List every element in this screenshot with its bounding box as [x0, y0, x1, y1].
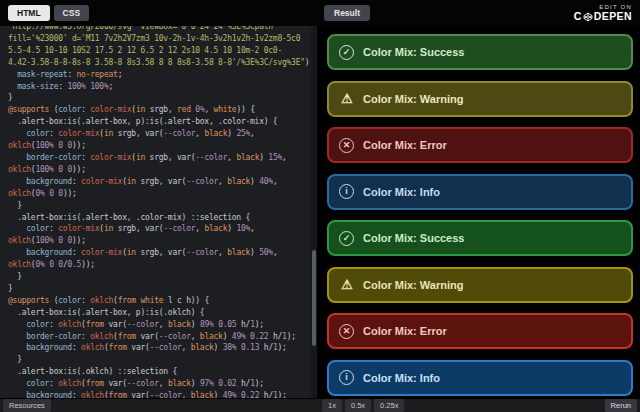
zoom-0.5x-button[interactable]: 0.5x — [345, 399, 371, 412]
alert-box-info-color-mix: iColor Mix: Info — [327, 174, 633, 210]
code-line: @supports (color: oklch(from white l c h… — [8, 295, 315, 307]
code-line: color: oklch(from var(--color, black) 97… — [8, 378, 315, 390]
alert-box-success-oklch: ✓Color Mix: Success — [327, 220, 633, 256]
code-line: 4.42-3.58-8-8-8s-8 3.58-8 8s3.58 8 8 8s8… — [8, 57, 315, 69]
code-line: color: color-mix(in srgb, var(--color, b… — [8, 223, 315, 235]
brand-text-suffix: DEPEN — [594, 11, 632, 22]
code-line: fill='%23000' d='M11 7v2h2V7zm3 10v-2h-1… — [8, 33, 315, 45]
code-line: oklch(100% 0 0)); — [8, 164, 315, 176]
code-line: oklch(100% 0 0)); — [8, 140, 315, 152]
alert-box-warning-color-mix: ⚠Color Mix: Warning — [327, 81, 633, 117]
code-line: oklch(0% 0 0/0.5)); — [8, 259, 315, 271]
alert-label: Color Mix: Warning — [363, 279, 463, 291]
code-line: @supports (color: color-mix(in srgb, red… — [8, 104, 315, 116]
codepen-embed: HTMLCSS Result EDIT ON C DEPEN 'http://w… — [0, 0, 640, 412]
code-line: 5.5-4.5 10-10 10S2 17.5 2 12 6.5 2 12 2s… — [8, 45, 315, 57]
rerun-button[interactable]: Rerun — [605, 399, 637, 412]
code-line: mask-repeat: no-repeat; — [8, 69, 315, 81]
warning-triangle-icon: ⚠ — [339, 92, 355, 105]
code-line: } — [8, 354, 315, 366]
brand-text-prefix: C — [574, 11, 582, 22]
alert-label: Color Mix: Warning — [363, 93, 463, 105]
tab-html[interactable]: HTML — [8, 5, 50, 21]
code-line: color: oklch(from var(--color, black) 89… — [8, 319, 315, 331]
check-circle-icon: ✓ — [339, 45, 354, 60]
code-editor-content: 'http://www.w3.org/2000/svg' viewBox='0 … — [8, 26, 315, 398]
code-line: border-color: oklch(from var(--color, bl… — [8, 331, 315, 343]
top-bar: HTMLCSS Result EDIT ON C DEPEN — [0, 0, 640, 26]
main-panels: 'http://www.w3.org/2000/svg' viewBox='0 … — [0, 26, 640, 398]
code-line: } — [8, 200, 315, 212]
codepen-logo: C DEPEN — [574, 11, 632, 22]
alert-label: Color Mix: Error — [363, 139, 447, 151]
code-line: } — [8, 283, 315, 295]
code-line: } — [8, 92, 315, 104]
code-line: border-color: color-mix(in srgb, var(--c… — [8, 152, 315, 164]
editor-scrollbar-thumb[interactable] — [312, 250, 316, 346]
alert-box-success-color-mix: ✓Color Mix: Success — [327, 34, 633, 70]
code-line: mask-size: 100% 100%; — [8, 81, 315, 93]
alert-box-error-color-mix: ✕Color Mix: Error — [327, 127, 633, 163]
error-circle-icon: ✕ — [339, 324, 354, 339]
codepen-cube-icon — [583, 12, 593, 22]
code-line: background: color-mix(in srgb, var(--col… — [8, 247, 315, 259]
result-preview: ✓Color Mix: Success⚠Color Mix: Warning✕C… — [320, 26, 640, 398]
code-line: 'http://www.w3.org/2000/svg' viewBox='0 … — [8, 26, 315, 33]
code-line: .alert-box:is(.alert-box, .color-mix) ::… — [8, 212, 315, 224]
alert-box-warning-oklch: ⚠Color Mix: Warning — [327, 267, 633, 303]
code-editor[interactable]: 'http://www.w3.org/2000/svg' viewBox='0 … — [0, 26, 317, 398]
zoom-controls: 1x0.5x0.25x — [322, 399, 404, 412]
code-line: oklch(0% 0 0)); — [8, 188, 315, 200]
code-line: .alert-box:is(.alert-box, p):is(.oklch) … — [8, 307, 315, 319]
code-line: background: color-mix(in srgb, var(--col… — [8, 176, 315, 188]
code-line: } — [8, 271, 315, 283]
alert-label: Color Mix: Error — [363, 325, 447, 337]
code-line: background: oklch(from var(--color, blac… — [8, 342, 315, 354]
code-line: oklch(100% 0 0)); — [8, 235, 315, 247]
zoom-0.25x-button[interactable]: 0.25x — [374, 399, 404, 412]
alert-box-error-oklch: ✕Color Mix: Error — [327, 313, 633, 349]
result-tab-button[interactable]: Result — [324, 5, 370, 21]
code-line: .alert-box:is(.alert-box, p):is(.alert-b… — [8, 116, 315, 128]
info-circle-icon: i — [339, 370, 354, 385]
edit-on-codepen-link[interactable]: EDIT ON C DEPEN — [574, 4, 632, 22]
zoom-1x-button[interactable]: 1x — [322, 399, 342, 412]
info-circle-icon: i — [339, 184, 354, 199]
code-line: color: color-mix(in srgb, var(--color, b… — [8, 128, 315, 140]
alert-box-info-oklch: iColor Mix: Info — [327, 360, 633, 396]
bottom-bar: Resources 1x0.5x0.25x Rerun — [0, 398, 640, 412]
editor-scrollbar[interactable] — [311, 26, 317, 398]
tab-css[interactable]: CSS — [54, 5, 89, 21]
alert-label: Color Mix: Success — [363, 232, 464, 244]
warning-triangle-icon: ⚠ — [339, 278, 355, 291]
code-line: background: oklch(from var(--color, blac… — [8, 390, 315, 398]
resources-button[interactable]: Resources — [3, 399, 51, 412]
check-circle-icon: ✓ — [339, 231, 354, 246]
error-circle-icon: ✕ — [339, 138, 354, 153]
editor-tabs: HTMLCSS — [8, 5, 89, 21]
alert-label: Color Mix: Info — [363, 186, 440, 198]
alert-label: Color Mix: Success — [363, 46, 464, 58]
alert-label: Color Mix: Info — [363, 372, 440, 384]
code-line: .alert-box:is(.oklch) ::selection { — [8, 366, 315, 378]
